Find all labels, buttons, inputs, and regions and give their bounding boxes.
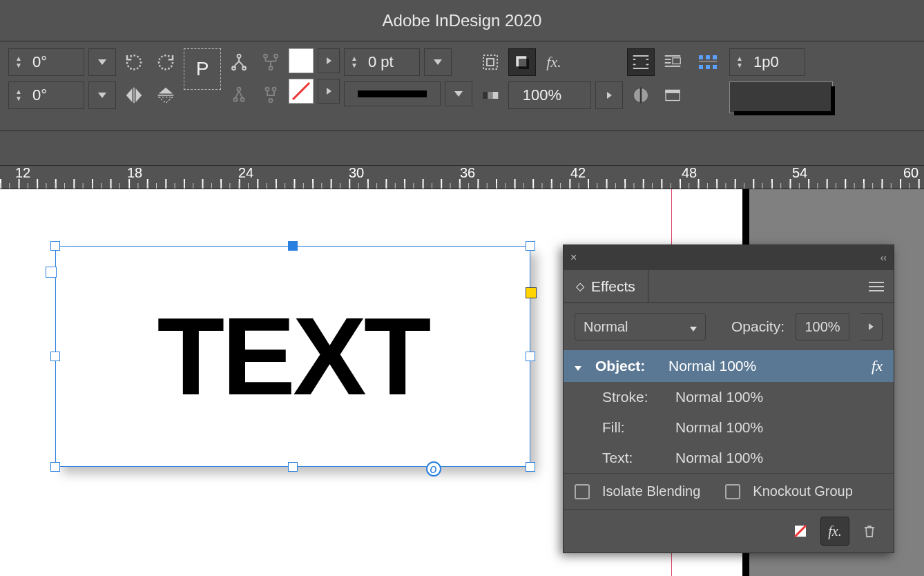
resize-handle-bm[interactable] (288, 462, 298, 472)
stepper-arrows-icon[interactable]: ▲▼ (730, 55, 749, 69)
svg-point-11 (266, 88, 269, 91)
updown-icon: ◇ (576, 280, 584, 293)
frame-text: TEXT (55, 246, 530, 467)
rotate-ccw-icon[interactable] (152, 48, 180, 76)
collapse-icon[interactable]: ‹‹ (880, 252, 887, 263)
delete-icon[interactable] (855, 517, 884, 546)
stepper-arrows-icon[interactable]: ▲▼ (9, 88, 28, 102)
stroke-weight-dropdown[interactable] (424, 48, 452, 76)
effect-row-text[interactable]: Text: Normal 100% (564, 443, 894, 473)
effect-row-stroke[interactable]: Stroke: Normal 100% (564, 382, 894, 412)
flip-vertical-icon[interactable] (152, 81, 180, 109)
opacity-field[interactable]: 100% (508, 81, 591, 109)
corner-options-preview[interactable] (729, 81, 833, 113)
svg-rect-46 (869, 286, 884, 287)
text-wrap-object-icon[interactable] (659, 48, 686, 76)
opacity-icon[interactable] (477, 81, 504, 109)
ruler-number: 60 (903, 166, 918, 182)
effect-label: Object: (595, 358, 664, 374)
effects-tab[interactable]: ◇ Effects (564, 270, 648, 303)
svg-rect-19 (483, 92, 488, 99)
svg-rect-17 (519, 59, 529, 69)
gradient-feather-icon[interactable] (627, 81, 655, 109)
prev-object-icon[interactable] (225, 81, 253, 109)
type-on-path-glyph: P (196, 58, 209, 80)
panel-tab-bar: ◇ Effects (564, 270, 894, 303)
svg-point-2 (238, 55, 241, 58)
resize-handle-br[interactable] (526, 462, 535, 472)
fx-button[interactable]: fx. (540, 48, 568, 76)
selected-text-frame[interactable]: TEXT o (55, 246, 530, 467)
isolate-blending-checkbox[interactable] (575, 484, 590, 499)
rotation-angle-field[interactable]: ▲▼ 0° (8, 48, 84, 76)
knockout-group-label: Knockout Group (753, 483, 853, 499)
text-in-port[interactable] (46, 267, 57, 278)
text-wrap-bounding-icon[interactable] (627, 48, 655, 76)
shear-angle-field[interactable]: ▲▼ 0° (8, 81, 84, 109)
select-content-icon[interactable] (257, 48, 285, 76)
svg-rect-22 (633, 55, 649, 57)
resize-handle-bl[interactable] (50, 462, 60, 472)
resize-handle-mr[interactable] (526, 352, 535, 361)
effect-label: Text: (602, 450, 671, 466)
document-canvas[interactable]: TEXT o × ‹‹ ◇ Effects Normal (0, 189, 924, 576)
drop-shadow-button[interactable] (508, 48, 536, 76)
stepper-arrows-icon[interactable]: ▲▼ (345, 55, 364, 69)
stroke-style-preview[interactable] (344, 81, 441, 106)
svg-point-6 (274, 55, 278, 58)
stroke-style-dropdown[interactable] (445, 81, 472, 106)
auto-fit-icon[interactable] (477, 48, 504, 76)
fx-menu-icon[interactable]: fx. (820, 517, 849, 546)
type-on-path-icon[interactable]: P (184, 48, 221, 90)
panel-header[interactable]: × ‹‹ (564, 245, 894, 270)
app-title: Adobe InDesign 2020 (383, 11, 542, 30)
shear-value: 0° (28, 86, 84, 104)
blend-mode-select[interactable]: Normal (575, 313, 706, 340)
fill-swatch-menu[interactable] (318, 48, 340, 73)
fill-swatch[interactable] (289, 48, 314, 73)
control-bar: ▲▼ 0° ▲▼ 0° (0, 41, 924, 131)
knockout-group-checkbox[interactable] (725, 484, 740, 499)
next-object-icon[interactable] (257, 81, 285, 109)
horizontal-ruler[interactable]: 121824303642485460 (0, 166, 924, 189)
ruler-number: 48 (682, 166, 697, 182)
ruler-number: 42 (570, 166, 586, 182)
resize-handle-tl[interactable] (50, 241, 60, 251)
chevron-down-icon[interactable] (575, 358, 591, 374)
opacity-stepper[interactable] (860, 313, 883, 340)
close-icon[interactable]: × (570, 251, 577, 264)
text-out-port[interactable]: o (426, 461, 441, 477)
resize-handle-tr[interactable] (526, 241, 535, 251)
effect-row-fill[interactable]: Fill: Normal 100% (564, 412, 894, 443)
svg-rect-35 (640, 88, 642, 104)
opacity-input-value: 100% (805, 319, 840, 335)
effect-label: Stroke: (602, 389, 671, 405)
opacity-menu[interactable] (595, 81, 623, 109)
rotation-dropdown[interactable] (88, 48, 116, 76)
stroke-swatch[interactable] (289, 79, 314, 104)
rotate-cw-icon[interactable] (120, 48, 148, 76)
stepper-arrows-icon[interactable]: ▲▼ (9, 55, 28, 69)
stroke-weight-field[interactable]: ▲▼ 0 pt (344, 48, 420, 76)
dimension-field[interactable]: ▲▼ 1p0 (729, 48, 805, 76)
effect-row-object[interactable]: Object: Normal 100% fx (564, 350, 894, 382)
select-container-icon[interactable] (225, 48, 253, 76)
resize-handle-ml[interactable] (50, 352, 60, 361)
svg-rect-41 (699, 65, 703, 69)
effects-panel[interactable]: × ‹‹ ◇ Effects Normal Opacity: 100% (563, 244, 894, 553)
shear-dropdown[interactable] (88, 81, 116, 109)
svg-rect-30 (665, 62, 671, 64)
live-corner-handle[interactable] (526, 287, 537, 298)
svg-rect-44 (699, 61, 717, 62)
frame-fitting-icon[interactable] (691, 48, 725, 76)
rotation-value: 0° (28, 53, 84, 71)
clear-effects-icon[interactable] (786, 517, 815, 546)
svg-rect-40 (713, 55, 717, 59)
opacity-input[interactable]: 100% (796, 313, 849, 340)
stroke-swatch-menu[interactable] (318, 79, 340, 104)
resize-handle-tm[interactable] (288, 241, 298, 251)
flip-horizontal-icon[interactable] (120, 81, 148, 109)
effect-target-list: Object: Normal 100% fx Stroke: Normal 10… (564, 350, 894, 473)
directional-feather-icon[interactable] (659, 81, 686, 109)
panel-menu-icon[interactable] (859, 270, 894, 303)
